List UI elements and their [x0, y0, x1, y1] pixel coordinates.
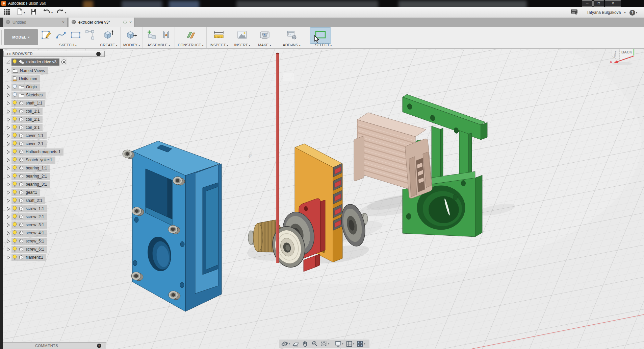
close-button[interactable]: × — [605, 0, 621, 7]
expand-arrow-icon[interactable] — [6, 199, 10, 203]
browser-item-cover-2-1[interactable]: cover_2:1 — [6, 140, 47, 147]
browser-item-coil-3-1[interactable]: coil_3:1 — [6, 124, 43, 131]
panel-scrollbar[interactable] — [102, 52, 103, 56]
expand-arrow-icon[interactable] — [6, 166, 10, 170]
new-body-icon[interactable] — [103, 29, 114, 40]
visibility-bulb-icon[interactable] — [12, 100, 17, 106]
expand-arrow-icon[interactable] — [6, 239, 10, 243]
visibility-bulb-icon[interactable] — [12, 230, 17, 236]
visibility-bulb-icon[interactable] — [12, 182, 17, 187]
file-menu-button[interactable]: ▾ — [17, 8, 25, 17]
zoom-button[interactable] — [310, 340, 319, 348]
expand-arrow-icon[interactable] — [6, 182, 10, 187]
browser-item-named-views[interactable]: Named Views — [6, 67, 48, 74]
browser-item-screw-6-1[interactable]: screw_6:1 — [6, 246, 47, 253]
part-blue-bracket[interactable] — [132, 141, 222, 311]
visibility-bulb-icon[interactable] — [12, 198, 17, 203]
browser-item-cover-1-1[interactable]: cover_1:1 — [6, 132, 47, 139]
expand-arrow-icon[interactable] — [6, 247, 10, 252]
visibility-bulb-icon[interactable] — [12, 165, 17, 171]
expand-arrow-icon[interactable] — [6, 174, 10, 179]
visibility-bulb-icon[interactable] — [12, 247, 17, 252]
maximize-button[interactable]: □ — [593, 0, 604, 7]
scripts-addins-icon[interactable]: >- — [286, 29, 297, 40]
collapse-all-icon[interactable]: − — [96, 52, 101, 56]
browser-item-screw-5-1[interactable]: screw_5:1 — [6, 237, 47, 245]
undo-button[interactable]: ▾ — [43, 8, 53, 17]
browser-item-screw-4-1[interactable]: screw_4:1 — [6, 229, 47, 237]
browser-item-screw-1-1[interactable]: screw_1:1 — [6, 205, 47, 212]
minimize-button[interactable]: ─ — [582, 0, 593, 7]
data-panel-button[interactable] — [3, 8, 10, 17]
activate-component-radio[interactable] — [61, 59, 67, 65]
browser-item-screw-2-1[interactable]: screw_2:1 — [6, 213, 47, 220]
look-at-button[interactable] — [291, 340, 300, 348]
visibility-bulb-icon[interactable] — [12, 84, 17, 90]
visibility-bulb-icon[interactable] — [12, 222, 17, 228]
ribbon-group-label[interactable]: SELECT ▾ — [307, 43, 339, 47]
ribbon-group-label[interactable]: INSERT ▾ — [231, 43, 253, 47]
pan-button[interactable] — [301, 340, 310, 348]
browser-item-screw-3-1[interactable]: screw_3:1 — [6, 221, 47, 229]
visibility-bulb-icon[interactable] — [12, 206, 17, 211]
expand-arrow-icon[interactable] — [6, 255, 10, 260]
expanded-arrow-icon[interactable] — [6, 60, 10, 64]
browser-item-units-mm[interactable]: Units: mm — [6, 75, 40, 83]
grid-display-button[interactable]: ▾ — [345, 340, 355, 348]
redo-button[interactable]: ▾ — [56, 8, 66, 17]
browser-item-origin[interactable]: Origin — [6, 83, 40, 91]
ribbon-group-label[interactable]: INSPECT ▾ — [207, 43, 231, 47]
add-comment-icon[interactable]: + — [97, 344, 101, 348]
browser-item-bearing-2-1[interactable]: bearing_2:1 — [6, 172, 50, 180]
visibility-bulb-icon[interactable] — [12, 59, 17, 65]
construction-plane-icon[interactable] — [185, 29, 196, 40]
browser-item-coil-1-1[interactable]: coil_1:1 — [6, 108, 43, 115]
collapse-panel-icon[interactable]: ◄◄ — [6, 52, 10, 55]
press-pull-icon[interactable] — [126, 29, 137, 40]
ribbon-group-label[interactable]: SKETCH ▾ — [39, 43, 97, 47]
workspace-selector[interactable]: MODEL ▾ — [4, 29, 38, 45]
save-button[interactable] — [30, 8, 37, 17]
orbit-button[interactable]: ▾ — [280, 340, 291, 348]
expand-arrow-icon[interactable] — [6, 215, 10, 219]
project-geometry-icon[interactable] — [85, 29, 95, 40]
browser-item-halbach-magnets-1[interactable]: Halbach magnets:1 — [6, 148, 63, 156]
viewcube-face-back[interactable]: BACK — [621, 50, 632, 54]
expand-arrow-icon[interactable] — [6, 207, 10, 211]
expand-arrow-icon[interactable] — [6, 142, 10, 146]
3d-print-icon[interactable] — [259, 30, 270, 40]
ribbon-group-label[interactable]: CREATE ▾ — [97, 43, 120, 47]
visibility-bulb-icon[interactable] — [12, 157, 17, 163]
measure-icon[interactable] — [213, 30, 225, 39]
select-tool-button[interactable] — [310, 27, 331, 44]
visibility-bulb-icon[interactable] — [12, 190, 17, 195]
ribbon-group-label[interactable]: MAKE ▾ — [253, 43, 276, 47]
ribbon-group-label[interactable]: CONSTRUCT ▾ — [175, 43, 206, 47]
visibility-bulb-icon[interactable] — [12, 214, 17, 219]
expand-arrow-icon[interactable] — [6, 85, 10, 89]
expand-arrow-icon[interactable] — [6, 109, 10, 114]
ribbon-group-label[interactable]: ADD-INS ▾ — [276, 43, 307, 47]
part-filament[interactable] — [276, 53, 279, 263]
visibility-bulb-icon[interactable] — [12, 109, 17, 114]
browser-item-shaft-1-1[interactable]: shaft_1:1 — [6, 99, 45, 107]
fit-button[interactable]: ▾ — [320, 340, 330, 348]
insert-image-icon[interactable] — [237, 30, 248, 40]
browser-item-coil-2-1[interactable]: coil_2:1 — [6, 116, 43, 123]
expand-arrow-icon[interactable] — [6, 223, 10, 227]
browser-panel-header[interactable]: ◄◄ BROWSER − — [3, 51, 105, 57]
new-component-icon[interactable] — [147, 29, 157, 40]
visibility-bulb-icon[interactable] — [12, 125, 17, 130]
ribbon-group-label[interactable]: ASSEMBLE ▾ — [143, 43, 175, 47]
expand-arrow-icon[interactable] — [6, 93, 10, 97]
expand-arrow-icon[interactable] — [6, 231, 10, 235]
expand-arrow-icon[interactable] — [6, 69, 10, 73]
browser-item-scotch-yoke-1[interactable]: Scotch_yoke:1 — [6, 156, 55, 164]
expand-arrow-icon[interactable] — [6, 150, 10, 154]
panel-scrollbar[interactable] — [103, 344, 104, 348]
visibility-bulb-icon[interactable] — [12, 255, 17, 260]
display-settings-button[interactable]: ▾ — [334, 340, 344, 348]
ribbon-group-label[interactable]: MODIFY ▾ — [121, 43, 143, 47]
create-sketch-icon[interactable] — [41, 29, 52, 40]
visibility-bulb-icon[interactable] — [12, 141, 17, 146]
